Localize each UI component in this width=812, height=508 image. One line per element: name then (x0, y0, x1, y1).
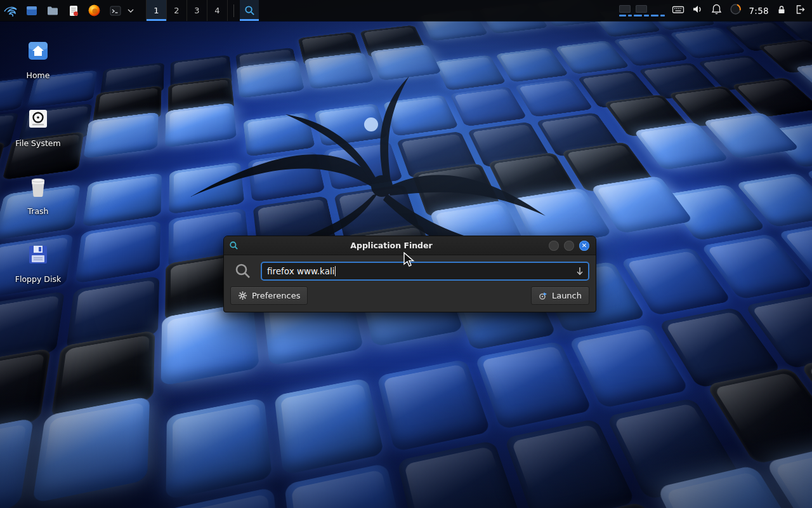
folder-launcher[interactable] (42, 0, 63, 21)
history-dropdown-icon[interactable] (575, 266, 584, 276)
close-button[interactable]: ✕ (579, 241, 589, 251)
panel-launchers: 1 2 3 4 (0, 0, 259, 21)
wallpaper-cube (377, 359, 491, 451)
chevron-down-icon (128, 9, 134, 13)
text-editor-launcher[interactable] (63, 0, 84, 21)
search-input-value: firefox www.kali (267, 266, 334, 276)
notifications[interactable] (710, 3, 723, 18)
terminal-launcher[interactable] (105, 0, 126, 21)
finder-search-icon (244, 4, 256, 17)
desktop-icon-floppy-disk[interactable]: Floppy Disk (1, 234, 75, 302)
tray-app-icon[interactable] (636, 5, 647, 13)
desktop-icon-label: Trash (27, 206, 48, 216)
workspace-button-3[interactable]: 3 (187, 0, 207, 21)
lock-screen-icon (776, 4, 787, 15)
text-cursor (335, 266, 336, 276)
workspace-button-4[interactable]: 4 (207, 0, 228, 21)
wallpaper-cube (166, 398, 273, 500)
wallpaper-cube (475, 341, 593, 430)
desktop: 1 2 3 4 (0, 0, 812, 508)
wallpaper-cube (32, 396, 150, 504)
preferences-button[interactable]: Preferences (230, 286, 308, 305)
desktop-icon-list: Home File System Trash (1, 30, 75, 302)
file-manager-icon (25, 4, 38, 17)
terminal-dropdown-button[interactable] (126, 0, 136, 21)
desktop-icon-label: File System (15, 138, 61, 148)
trash-icon (28, 175, 48, 198)
kali-menu-icon (3, 3, 18, 18)
launch-button[interactable]: Launch (531, 286, 589, 305)
minimize-button[interactable] (549, 241, 559, 251)
taskbar-button-application-finder[interactable] (240, 0, 259, 21)
lock-screen-button[interactable] (776, 4, 787, 18)
keyboard-icon (672, 3, 684, 16)
maximize-button[interactable] (564, 241, 574, 251)
clock[interactable]: 7:58 (749, 6, 769, 16)
wallpaper-cube (504, 418, 636, 508)
volume-icon (691, 3, 704, 15)
tray-app-icon[interactable] (619, 5, 631, 13)
wallpaper-cube (397, 440, 525, 508)
status-indicator-icon (730, 3, 742, 15)
window-title: Application Finder (243, 241, 540, 250)
desktop-icon-file-system[interactable]: File System (1, 98, 75, 166)
workspace-button-2[interactable]: 2 (167, 0, 187, 21)
panel-separator (233, 4, 234, 17)
wallpaper-cube (274, 378, 384, 475)
status-indicator[interactable] (730, 3, 742, 18)
folder-icon (46, 4, 59, 17)
volume-control[interactable] (691, 3, 704, 18)
window-titlebar[interactable]: Application Finder ✕ (224, 236, 596, 255)
preferences-button-label: Preferences (252, 291, 300, 300)
wallpaper-cube (568, 324, 690, 408)
firefox-launcher[interactable] (84, 0, 105, 21)
desktop-icon-label: Home (27, 70, 50, 80)
logout-button[interactable] (794, 4, 806, 18)
firefox-icon (88, 4, 101, 17)
network-monitor-graph (619, 15, 665, 17)
floppy-disk-icon (27, 244, 49, 265)
notifications-bell-icon (710, 3, 723, 15)
window-icon-search (229, 241, 239, 250)
kali-menu-button[interactable] (0, 0, 21, 21)
window-body: firefox www.kali (224, 255, 596, 312)
keyboard-indicator[interactable] (672, 3, 684, 18)
search-icon (234, 262, 252, 280)
wallpaper-cube (82, 173, 162, 227)
file-manager-launcher[interactable] (21, 0, 42, 21)
search-input[interactable]: firefox www.kali (261, 262, 589, 281)
launch-button-label: Launch (552, 291, 582, 300)
workspace-button-1[interactable]: 1 (147, 0, 167, 21)
terminal-icon (109, 4, 122, 17)
top-panel: 1 2 3 4 (0, 0, 812, 21)
home-icon (27, 40, 49, 62)
logout-icon (794, 4, 806, 15)
launch-icon (539, 291, 547, 300)
text-editor-icon (67, 4, 80, 17)
wallpaper-cube (0, 418, 34, 508)
window-controls: ✕ (540, 241, 596, 251)
desktop-icon-trash[interactable]: Trash (1, 166, 75, 234)
desktop-icon-label: Floppy Disk (15, 274, 61, 284)
wallpaper-cube (75, 220, 160, 283)
application-finder-window: Application Finder ✕ firefox www.kali (223, 236, 596, 312)
gear-icon (238, 291, 247, 300)
workspace-switcher: 1 2 3 4 (146, 0, 228, 21)
file-system-icon (27, 108, 49, 130)
system-tray[interactable] (619, 5, 665, 17)
panel-indicators: 7:58 (619, 3, 812, 18)
desktop-icon-home[interactable]: Home (1, 30, 75, 98)
